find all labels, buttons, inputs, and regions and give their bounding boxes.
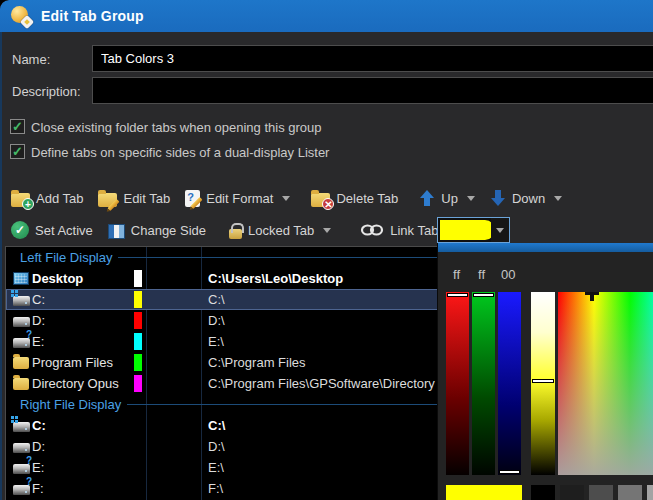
- tab-color-cell: [134, 291, 142, 308]
- drive-icon: [13, 438, 30, 455]
- drive-icon: [13, 312, 30, 329]
- description-input[interactable]: [92, 77, 653, 104]
- gray-swatch[interactable]: [618, 485, 642, 500]
- gray-swatch[interactable]: [560, 485, 584, 500]
- luminance-slider-handle[interactable]: [532, 379, 554, 383]
- edit-tab-button[interactable]: Edit Tab: [98, 189, 170, 207]
- gray-swatch[interactable]: [647, 485, 653, 500]
- link-icon: [360, 223, 384, 237]
- description-label: Description:: [12, 84, 81, 99]
- tab-color-cell: [134, 312, 142, 329]
- window-title: Edit Tab Group: [41, 0, 144, 32]
- toolbar-row-1: + Add Tab Edit Tab ? Edit Format ✕ Delet…: [11, 185, 577, 211]
- set-active-button[interactable]: ✓ Set Active: [11, 221, 93, 239]
- current-color-swatch[interactable]: [446, 485, 522, 500]
- name-input[interactable]: [92, 45, 653, 72]
- system-drive-icon: [13, 291, 30, 308]
- change-side-button[interactable]: Change Side: [108, 222, 206, 239]
- blue-slider[interactable]: [498, 292, 521, 475]
- color-picker-dropdown: ff ff 00: [437, 243, 653, 500]
- hex-red-value: ff: [453, 267, 460, 282]
- color-picker-titlebar[interactable]: [438, 243, 653, 252]
- window-border: [0, 32, 2, 500]
- unknown-drive-icon: ?: [13, 459, 30, 476]
- lock-icon: [229, 229, 242, 239]
- edit-tab-icon: [98, 193, 117, 207]
- tab-color-button[interactable]: [437, 217, 510, 243]
- name-label: Name:: [12, 52, 50, 67]
- toolbar-row-2: ✓ Set Active Change Side Locked Tab Link…: [11, 217, 470, 243]
- tab-color-cell: [134, 375, 142, 392]
- unknown-drive-icon: ?: [13, 333, 30, 350]
- title-bar[interactable]: Edit Tab Group: [0, 0, 653, 32]
- gray-swatch[interactable]: [531, 485, 555, 500]
- down-button[interactable]: Down: [490, 189, 562, 207]
- tab-color-cell: [134, 333, 142, 350]
- green-slider-handle[interactable]: [473, 293, 494, 297]
- system-drive-icon: [13, 417, 30, 434]
- tab-color-dropdown-caret[interactable]: [496, 228, 504, 233]
- hue-saturation-field[interactable]: [558, 292, 653, 475]
- gray-swatch[interactable]: [589, 485, 613, 500]
- up-arrow-icon: [419, 189, 435, 207]
- down-arrow-icon: [490, 189, 506, 207]
- add-tab-button[interactable]: + Add Tab: [11, 189, 83, 207]
- change-side-icon: [108, 224, 125, 239]
- edit-format-button[interactable]: ? Edit Format: [185, 190, 290, 207]
- folder-icon: [13, 375, 30, 392]
- red-slider-handle[interactable]: [447, 293, 468, 297]
- define-sides-label: Define tabs on specific sides of a dual-…: [31, 145, 329, 160]
- set-active-icon: ✓: [11, 221, 29, 239]
- tab-color-swatch: [440, 220, 495, 240]
- green-slider[interactable]: [472, 292, 495, 475]
- delete-tab-icon: ✕: [311, 193, 330, 207]
- edit-tab-group-dialog: Edit Tab Group Name: Description: ✓ Clos…: [0, 0, 653, 500]
- desktop-icon: [13, 270, 30, 287]
- edit-format-icon: ?: [185, 190, 200, 207]
- hex-blue-value: 00: [501, 267, 515, 282]
- color-field-cursor[interactable]: [585, 292, 599, 302]
- delete-tab-button[interactable]: ✕ Delete Tab: [311, 189, 398, 207]
- locked-tab-dropdown-caret[interactable]: [323, 228, 331, 233]
- tab-color-cell: [134, 270, 142, 287]
- tab-group-icon: [11, 6, 32, 27]
- tab-color-cell: [134, 354, 142, 371]
- luminance-slider[interactable]: [531, 292, 555, 475]
- add-tab-icon: +: [11, 193, 30, 207]
- define-sides-checkbox[interactable]: ✓: [10, 144, 25, 159]
- close-existing-tabs-checkbox[interactable]: ✓: [10, 119, 25, 134]
- unknown-drive-icon: ?: [13, 480, 30, 497]
- hex-green-value: ff: [478, 267, 485, 282]
- up-button[interactable]: Up: [419, 189, 475, 207]
- folder-icon: [13, 354, 30, 371]
- down-dropdown-caret[interactable]: [554, 196, 562, 201]
- red-slider[interactable]: [446, 292, 469, 475]
- locked-tab-button[interactable]: Locked Tab: [229, 222, 331, 239]
- up-dropdown-caret[interactable]: [467, 196, 475, 201]
- close-existing-tabs-label: Close existing folder tabs when opening …: [31, 120, 322, 135]
- edit-format-dropdown-caret[interactable]: [282, 196, 290, 201]
- blue-slider-handle[interactable]: [499, 470, 520, 474]
